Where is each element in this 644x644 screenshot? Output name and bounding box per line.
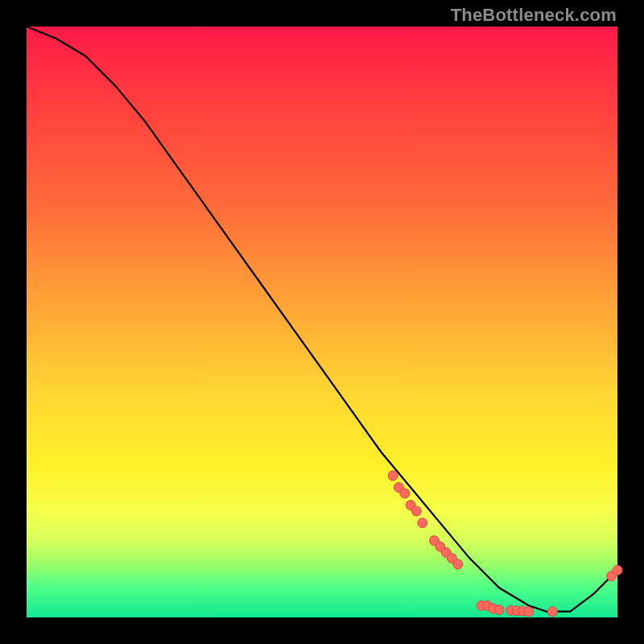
data-markers [388, 471, 622, 617]
data-marker [494, 605, 504, 615]
data-marker [388, 471, 398, 481]
data-marker [418, 518, 427, 528]
watermark-text: TheBottleneck.com [451, 5, 617, 26]
data-marker [400, 489, 410, 498]
chart-overlay [27, 27, 617, 617]
data-marker [453, 559, 463, 569]
curve-line [27, 27, 617, 612]
data-marker [547, 607, 557, 617]
data-marker [411, 506, 421, 516]
data-marker [524, 607, 534, 617]
chart-stage: TheBottleneck.com [0, 0, 644, 644]
data-marker [613, 565, 622, 575]
